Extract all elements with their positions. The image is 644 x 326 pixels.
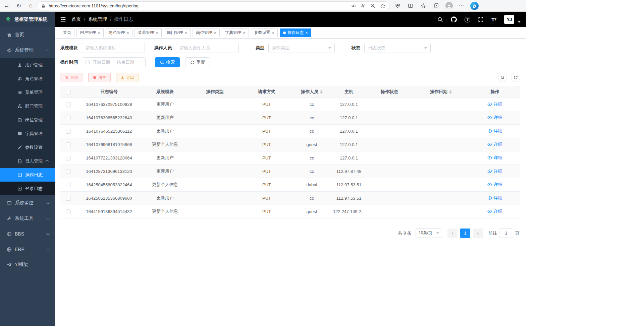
browser-essentials-icon[interactable] [394, 2, 401, 9]
more-menu-icon[interactable]: ⋯ [459, 3, 464, 9]
sidebar-item-role-mgmt[interactable]: 角色管理 [0, 72, 55, 85]
detail-link[interactable]: 详细 [487, 115, 502, 121]
detail-link[interactable]: 详细 [487, 195, 502, 201]
col-operator[interactable]: 操作人员 [292, 86, 331, 97]
sidebar-item-monitor[interactable]: 系统监控 [0, 195, 55, 211]
close-icon[interactable] [127, 30, 129, 35]
row-checkbox[interactable] [66, 129, 71, 134]
row-checkbox[interactable] [66, 102, 71, 107]
fullscreen-icon[interactable] [478, 17, 484, 22]
sidebar-item-dept-mgmt[interactable]: 部门管理 [0, 99, 55, 113]
goto-page-input[interactable] [499, 229, 513, 238]
copilot-icon[interactable]: b [470, 2, 479, 10]
yj-logo[interactable]: YJ [504, 15, 514, 24]
sidebar-fold-icon[interactable] [60, 16, 66, 22]
refresh-table-button[interactable] [511, 73, 520, 82]
tab-home[interactable]: 首页 [60, 28, 74, 37]
password-key-icon[interactable] [351, 3, 356, 8]
operator-input[interactable] [176, 43, 239, 53]
detail-link[interactable]: 详细 [487, 101, 502, 107]
close-icon[interactable] [185, 30, 187, 35]
github-icon[interactable] [451, 16, 457, 22]
row-checkbox[interactable] [66, 142, 71, 147]
sidebar-item-bbs[interactable]: BBS [0, 226, 55, 242]
export-button[interactable]: 导出 [116, 73, 139, 82]
row-checkbox[interactable] [66, 156, 71, 160]
sidebar-item-user-mgmt[interactable]: 用户管理 [0, 58, 55, 72]
search-toggle-button[interactable] [498, 73, 507, 82]
detail-link[interactable]: 详细 [487, 182, 502, 188]
sidebar-item-tools[interactable]: 系统工具 [0, 211, 55, 226]
app-logo[interactable]: 意框架管理系统 [0, 12, 55, 27]
split-screen-icon[interactable] [407, 2, 414, 9]
sidebar-item-login-log[interactable]: 登录日志 [0, 182, 55, 195]
delete-button[interactable]: 删除 [60, 73, 83, 82]
select-all-checkbox[interactable] [66, 90, 71, 94]
address-bar[interactable]: https://ccnetcore.com:1101/system/log/op… [37, 1, 390, 10]
close-icon[interactable] [272, 30, 275, 35]
breadcrumb-section[interactable]: 系统管理 [88, 16, 107, 22]
tab-menu-mgmt[interactable]: 菜单管理 [135, 28, 162, 37]
back-icon[interactable]: ← [3, 2, 10, 9]
user-dropdown-caret-icon[interactable] [518, 21, 521, 23]
prev-page-button[interactable]: ‹ [447, 229, 458, 238]
tab-role-mgmt[interactable]: 角色管理 [106, 28, 133, 37]
tab-dept-mgmt[interactable]: 部门管理 [164, 28, 191, 37]
row-checkbox[interactable] [66, 183, 71, 187]
sidebar-item-dict-mgmt[interactable]: 字典管理 [0, 127, 55, 140]
close-icon[interactable] [305, 30, 308, 35]
detail-link[interactable]: 详细 [487, 141, 502, 147]
sidebar-item-erp[interactable]: ERP [0, 242, 55, 257]
date-range-picker[interactable]: 开始日期 - 结束日期 [82, 57, 146, 67]
page-number-button[interactable]: 1 [460, 229, 470, 238]
page-size-select[interactable]: 10条/页 [416, 229, 442, 238]
next-page-button[interactable]: › [473, 229, 483, 238]
search-button[interactable]: 搜索 [155, 57, 180, 67]
type-select[interactable]: 操作类型 [268, 43, 335, 53]
refresh-icon[interactable]: ↻ [15, 2, 22, 9]
close-icon[interactable] [243, 30, 246, 35]
close-icon[interactable] [156, 30, 158, 35]
sidebar-item-system[interactable]: 系统管理 [0, 43, 55, 58]
sidebar-item-post-mgmt[interactable]: 岗位管理 [0, 113, 55, 127]
sidebar-item-home[interactable]: 首页 [0, 27, 55, 43]
home-icon[interactable]: ⌂ [28, 2, 34, 9]
detail-link[interactable]: 详细 [487, 208, 502, 214]
help-icon[interactable] [465, 17, 470, 22]
close-icon[interactable] [214, 30, 216, 35]
row-checkbox[interactable] [66, 196, 71, 201]
close-icon[interactable] [98, 30, 100, 35]
sort-icon[interactable] [320, 90, 323, 94]
row-checkbox[interactable] [66, 209, 71, 214]
tab-oper-log[interactable]: 操作日志 [280, 28, 311, 37]
detail-link[interactable]: 详细 [487, 155, 502, 161]
row-checkbox[interactable] [66, 169, 71, 174]
sidebar-item-param-settings[interactable]: 参数设置 [0, 140, 55, 154]
sort-icon[interactable] [449, 90, 452, 94]
row-checkbox[interactable] [66, 116, 71, 120]
reset-button[interactable]: 重置 [185, 57, 210, 67]
tab-user-mgmt[interactable]: 用户管理 [76, 28, 104, 37]
sidebar-item-yi-framework[interactable]: Yi框架 [0, 257, 55, 272]
status-select[interactable]: 日志状态 [364, 43, 431, 53]
zoom-out-icon[interactable] [370, 3, 375, 8]
add-favorite-icon[interactable] [380, 3, 385, 8]
tab-dict-mgmt[interactable]: 字典管理 [222, 28, 249, 37]
sidebar-item-menu-mgmt[interactable]: 菜单管理 [0, 85, 55, 99]
favorites-icon[interactable] [420, 2, 427, 9]
breadcrumb-home[interactable]: 首页 [71, 16, 81, 22]
profile-avatar[interactable] [445, 2, 453, 9]
tab-param-settings[interactable]: 参数设置 [251, 28, 278, 37]
detail-link[interactable]: 详细 [487, 128, 502, 134]
read-aloud-icon[interactable]: Aʹ [361, 3, 365, 8]
font-size-icon[interactable] [491, 17, 496, 22]
detail-link[interactable]: 详细 [487, 168, 502, 174]
module-input[interactable] [82, 43, 145, 53]
search-icon[interactable] [437, 17, 443, 22]
col-date[interactable]: 操作日期 [412, 86, 470, 97]
url-text[interactable]: https://ccnetcore.com:1101/system/log/op… [49, 3, 348, 8]
sidebar-item-log-mgmt[interactable]: 日志管理 [0, 154, 55, 168]
tab-post-mgmt[interactable]: 岗位管理 [193, 28, 220, 37]
sidebar-item-oper-log[interactable]: 操作日志 [0, 168, 55, 182]
collections-icon[interactable] [433, 2, 439, 9]
